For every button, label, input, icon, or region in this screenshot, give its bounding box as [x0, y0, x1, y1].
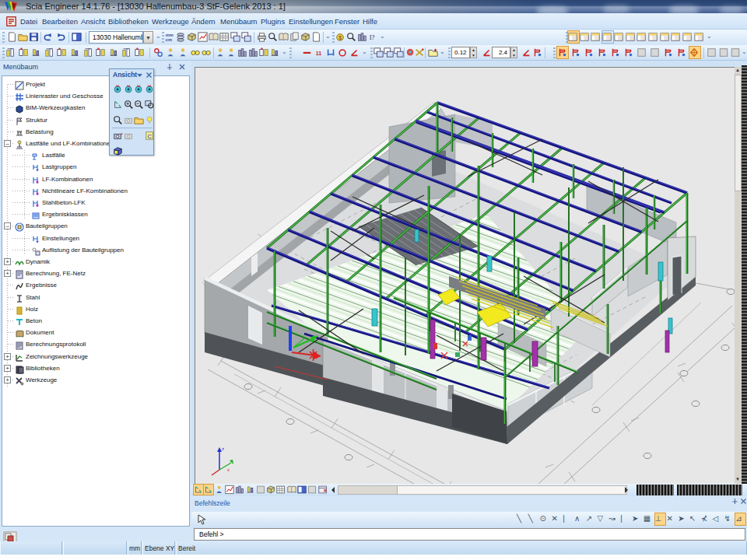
svg-text:mm: mm	[166, 33, 174, 37]
svg-text:C: C	[147, 133, 152, 140]
svg-text:cm: cm	[166, 37, 172, 42]
svg-text:x: x	[227, 467, 230, 472]
svg-text:I?: I?	[370, 33, 375, 41]
svg-text:z: z	[222, 446, 224, 451]
svg-text:$: $	[338, 35, 342, 40]
svg-text:11: 11	[316, 51, 321, 56]
